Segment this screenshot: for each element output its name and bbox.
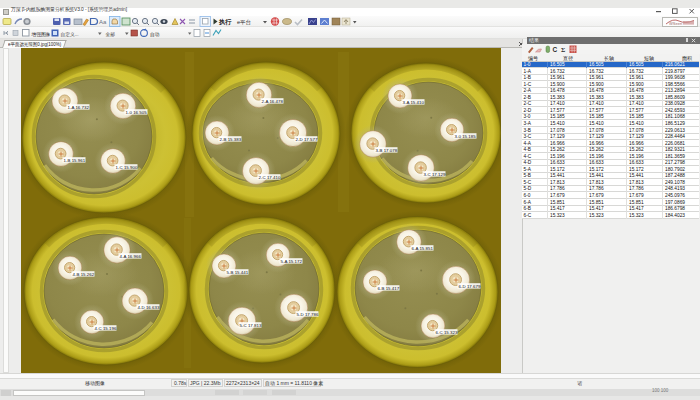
svg-text:2-A 16.478: 2-A 16.478 — [262, 99, 284, 104]
svg-text:自动: 自动 — [150, 32, 160, 38]
svg-text:3-C 17.129: 3-C 17.129 — [424, 172, 446, 177]
svg-text:2-B 15.383: 2-B 15.383 — [220, 137, 242, 142]
svg-text:6-D 17.679: 6-D 17.679 — [459, 284, 481, 289]
svg-text:6-C 15.323: 6-C 15.323 — [436, 330, 458, 335]
svg-text:自定义...: 自定义... — [61, 32, 79, 38]
svg-text:Σ: Σ — [561, 46, 565, 53]
svg-text:C: C — [553, 46, 558, 53]
svg-text:4-B 15.262: 4-B 15.262 — [73, 272, 95, 277]
svg-text:3-A 15.410: 3-A 15.410 — [403, 100, 425, 105]
svg-text:4-A 16.966: 4-A 16.966 — [120, 254, 142, 259]
svg-text:3-0 15.185: 3-0 15.185 — [455, 134, 477, 139]
svg-text:执行: 执行 — [218, 18, 232, 26]
svg-text:5-B 15.441: 5-B 15.441 — [227, 270, 249, 275]
svg-text:3-B 17.078: 3-B 17.078 — [376, 148, 398, 153]
svg-text:5-D 17.786: 5-D 17.786 — [297, 312, 319, 317]
svg-text:1-C 15.900: 1-C 15.900 — [116, 165, 138, 170]
svg-text:增强图像: 增强图像 — [31, 32, 51, 38]
svg-text:5-A 15.172: 5-A 15.172 — [281, 259, 303, 264]
svg-text:6-A 15.851: 6-A 15.851 — [412, 246, 434, 251]
svg-text:4-C 15.196: 4-C 15.196 — [95, 326, 117, 331]
svg-text:1-0 16.505: 1-0 16.505 — [126, 110, 148, 115]
svg-text:e平台: e平台 — [237, 19, 251, 25]
svg-text:2-D 17.577: 2-D 17.577 — [296, 137, 318, 142]
svg-text:2-C 17.410: 2-C 17.410 — [259, 175, 281, 180]
svg-text:6-B 15.417: 6-B 15.417 — [378, 286, 400, 291]
svg-text:5-C 17.813: 5-C 17.813 — [240, 323, 262, 328]
svg-text:1-A 16.732: 1-A 16.732 — [68, 105, 90, 110]
svg-text:全部: 全部 — [106, 32, 116, 38]
svg-text:Aa: Aa — [99, 19, 107, 25]
svg-text:WSeen: WSeen — [669, 21, 682, 26]
svg-text:4-D 16.633: 4-D 16.633 — [138, 305, 160, 310]
svg-text:1-B 15.961: 1-B 15.961 — [64, 158, 86, 163]
